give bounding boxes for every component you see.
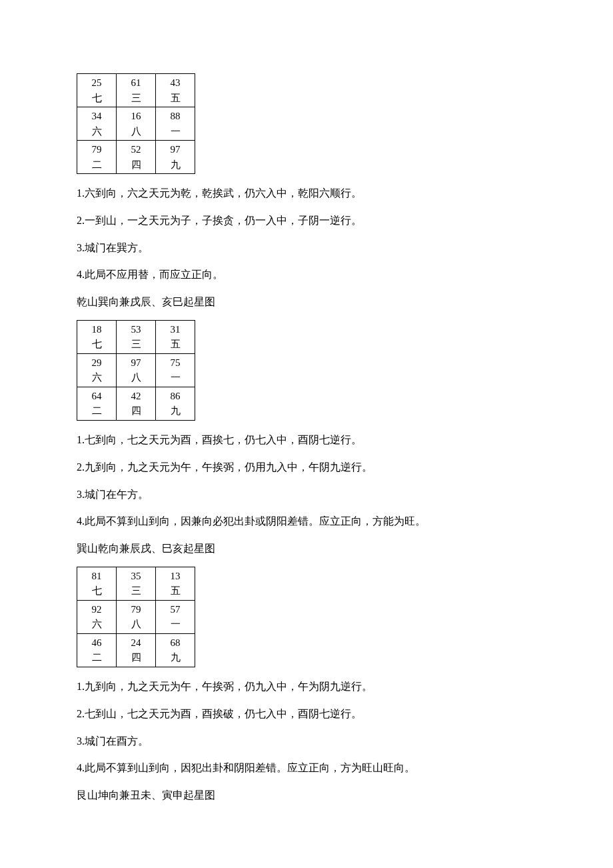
table-cell: 43五 — [156, 74, 195, 107]
note-text: 1.六到向，六之天元为乾，乾挨武，仍六入中，乾阳六顺行。 — [77, 184, 536, 203]
table-cell: 18七 — [77, 320, 117, 353]
table-cell: 61三 — [117, 74, 156, 107]
table-cell: 92六 — [77, 600, 117, 633]
table-cell: 81七 — [77, 567, 117, 600]
table-cell: 13五 — [156, 567, 195, 600]
table-cell: 86九 — [156, 387, 195, 420]
section-title: 乾山巽向兼戌辰、亥巳起星图 — [77, 293, 536, 312]
table-cell: 53三 — [117, 320, 156, 353]
note-text: 4.此局不应用替，而应立正向。 — [77, 265, 536, 285]
note-text: 3.城门在午方。 — [77, 485, 536, 505]
table-cell: 46二 — [77, 633, 117, 667]
section-title: 艮山坤向兼丑未、寅申起星图 — [77, 786, 536, 805]
note-text: 4.此局不算到山到向，因兼向必犯出卦或阴阳差错。应立正向，方能为旺。 — [77, 512, 536, 531]
note-text: 3.城门在巽方。 — [77, 239, 536, 258]
table-cell: 16八 — [117, 107, 156, 141]
table-cell: 79二 — [77, 141, 117, 174]
note-text: 2.一到山，一之天元为子，子挨贪，仍一入中，子阴一逆行。 — [77, 211, 536, 231]
table-cell: 31五 — [156, 320, 195, 353]
section-title: 巽山乾向兼辰戌、巳亥起星图 — [77, 539, 536, 559]
note-text: 2.七到山，七之天元为酉，酉挨破，仍七入中，酉阴七逆行。 — [77, 705, 536, 724]
table-cell: 97九 — [156, 141, 195, 174]
note-text: 1.九到向，九之天元为午，午挨弼，仍九入中，午为阴九逆行。 — [77, 677, 536, 697]
star-chart-table-3: 81七 35三 13五 92六 79八 57一 46二 24四 68九 — [77, 567, 195, 667]
star-chart-table-1: 25七 61三 43五 34六 16八 88一 79二 52四 97九 — [77, 73, 195, 174]
table-cell: 88一 — [156, 107, 195, 141]
note-text: 2.九到向，九之天元为午，午挨弼，仍用九入中，午阴九逆行。 — [77, 458, 536, 477]
table-cell: 24四 — [117, 633, 156, 667]
table-cell: 34六 — [77, 107, 117, 141]
table-cell: 29六 — [77, 353, 117, 387]
star-chart-table-2: 18七 53三 31五 29六 97八 75一 64二 42四 86九 — [77, 320, 195, 421]
note-text: 4.此局不算到山到向，因犯出卦和阴阳差错。应立正向，方为旺山旺向。 — [77, 759, 536, 778]
table-cell: 79八 — [117, 600, 156, 633]
table-cell: 64二 — [77, 387, 117, 420]
note-text: 3.城门在酉方。 — [77, 732, 536, 751]
table-cell: 42四 — [117, 387, 156, 420]
table-cell: 57一 — [156, 600, 195, 633]
table-cell: 35三 — [117, 567, 156, 600]
table-cell: 52四 — [117, 141, 156, 174]
table-cell: 75一 — [156, 353, 195, 387]
table-cell: 68九 — [156, 633, 195, 667]
table-cell: 25七 — [77, 74, 117, 107]
table-cell: 97八 — [117, 353, 156, 387]
note-text: 1.七到向，七之天元为酉，酉挨七，仍七入中，酉阴七逆行。 — [77, 431, 536, 450]
